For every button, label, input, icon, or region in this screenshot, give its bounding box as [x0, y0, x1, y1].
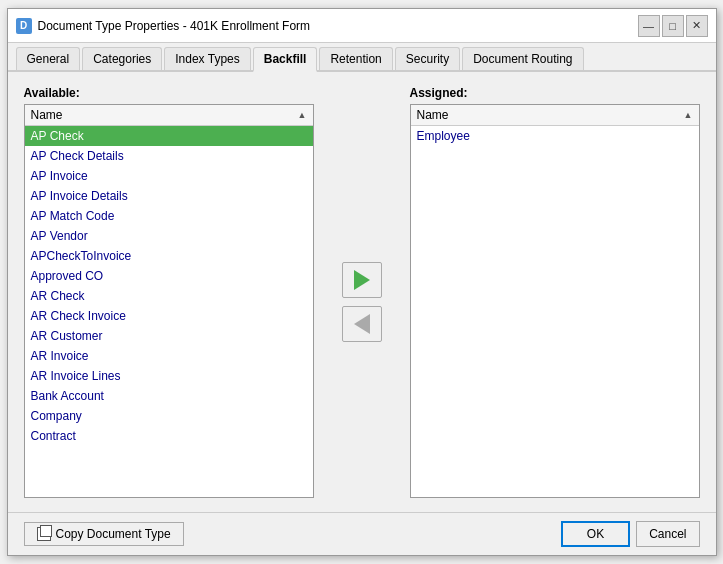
tab-bar: General Categories Index Types Backfill … — [8, 43, 716, 72]
tab-security[interactable]: Security — [395, 47, 460, 70]
available-list-box: Name ▲ AP Check AP Check Details AP Invo… — [24, 104, 314, 498]
window-controls: — □ ✕ — [638, 15, 708, 37]
available-panel: Available: Name ▲ AP Check AP Check Deta… — [24, 86, 314, 498]
window-title: Document Type Properties - 401K Enrollme… — [38, 19, 311, 33]
copy-document-button[interactable]: Copy Document Type — [24, 522, 184, 546]
assigned-label: Assigned: — [410, 86, 700, 100]
list-item[interactable]: Approved CO — [25, 266, 313, 286]
tab-retention[interactable]: Retention — [319, 47, 392, 70]
tab-document-routing[interactable]: Document Routing — [462, 47, 583, 70]
title-bar: D Document Type Properties - 401K Enroll… — [8, 9, 716, 43]
list-item[interactable]: AP Vendor — [25, 226, 313, 246]
list-item[interactable]: AR Check Invoice — [25, 306, 313, 326]
list-item[interactable]: Contract — [25, 426, 313, 446]
assigned-list-header: Name ▲ — [411, 105, 699, 126]
move-right-button[interactable] — [342, 262, 382, 298]
copy-document-label: Copy Document Type — [56, 527, 171, 541]
assigned-panel: Assigned: Name ▲ Employee — [410, 86, 700, 498]
app-icon: D — [16, 18, 32, 34]
tab-index-types[interactable]: Index Types — [164, 47, 251, 70]
left-arrow-icon — [354, 314, 370, 334]
content-area: Available: Name ▲ AP Check AP Check Deta… — [8, 72, 716, 512]
tab-backfill[interactable]: Backfill — [253, 47, 318, 72]
move-left-button[interactable] — [342, 306, 382, 342]
maximize-button[interactable]: □ — [662, 15, 684, 37]
footer: Copy Document Type OK Cancel — [8, 512, 716, 555]
list-item[interactable]: AP Invoice Details — [25, 186, 313, 206]
title-bar-left: D Document Type Properties - 401K Enroll… — [16, 18, 311, 34]
footer-right: OK Cancel — [561, 521, 700, 547]
list-item[interactable]: AR Invoice — [25, 346, 313, 366]
list-item[interactable]: AR Customer — [25, 326, 313, 346]
list-item[interactable]: Employee — [411, 126, 699, 146]
list-item[interactable]: AP Invoice — [25, 166, 313, 186]
available-sort-icon: ▲ — [298, 110, 307, 120]
list-item[interactable]: AR Check — [25, 286, 313, 306]
assigned-column-name: Name — [417, 108, 449, 122]
list-item[interactable]: AP Check Details — [25, 146, 313, 166]
cancel-button[interactable]: Cancel — [636, 521, 699, 547]
transfer-controls — [334, 106, 390, 498]
available-list-body[interactable]: AP Check AP Check Details AP Invoice AP … — [25, 126, 313, 497]
assigned-list-body[interactable]: Employee — [411, 126, 699, 497]
assigned-list-box: Name ▲ Employee — [410, 104, 700, 498]
close-button[interactable]: ✕ — [686, 15, 708, 37]
list-item[interactable]: APCheckToInvoice — [25, 246, 313, 266]
tab-categories[interactable]: Categories — [82, 47, 162, 70]
list-item[interactable]: AP Match Code — [25, 206, 313, 226]
copy-icon — [37, 527, 51, 541]
available-column-name: Name — [31, 108, 63, 122]
main-window: D Document Type Properties - 401K Enroll… — [7, 8, 717, 556]
list-item[interactable]: Company — [25, 406, 313, 426]
available-list-header: Name ▲ — [25, 105, 313, 126]
list-item[interactable]: AP Check — [25, 126, 313, 146]
available-label: Available: — [24, 86, 314, 100]
panels-container: Available: Name ▲ AP Check AP Check Deta… — [24, 86, 700, 498]
tab-general[interactable]: General — [16, 47, 81, 70]
footer-left: Copy Document Type — [24, 522, 184, 546]
right-arrow-icon — [354, 270, 370, 290]
minimize-button[interactable]: — — [638, 15, 660, 37]
assigned-sort-icon: ▲ — [684, 110, 693, 120]
list-item[interactable]: Bank Account — [25, 386, 313, 406]
ok-button[interactable]: OK — [561, 521, 630, 547]
list-item[interactable]: AR Invoice Lines — [25, 366, 313, 386]
